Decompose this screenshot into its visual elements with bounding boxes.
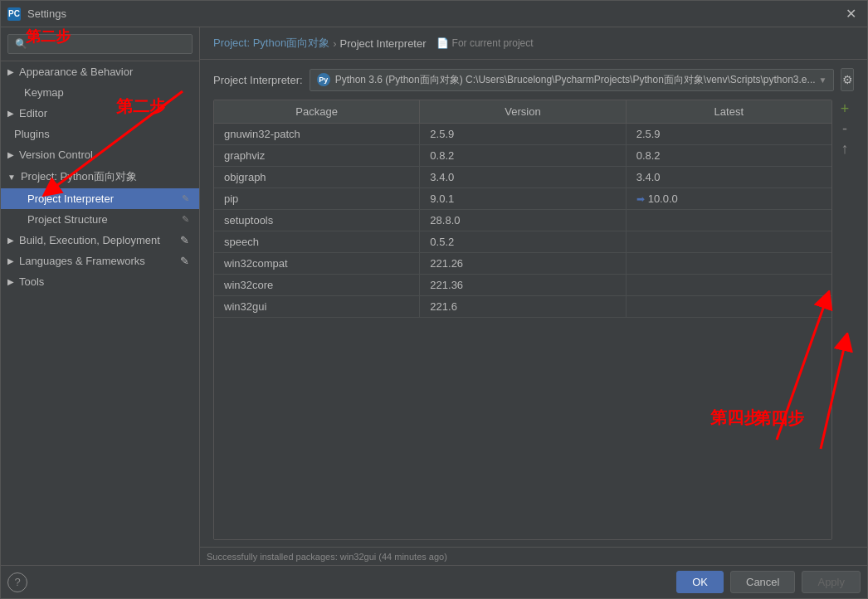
table-row[interactable]: gnuwin32-patch 2.5.9 2.5.9 xyxy=(214,124,831,145)
dropdown-arrow-icon: ▼ xyxy=(819,75,827,85)
td-version: 0.5.2 xyxy=(420,231,626,252)
breadcrumb-tag-text: For current project xyxy=(452,37,534,49)
table-body: gnuwin32-patch 2.5.9 2.5.9 graphviz 0.8.… xyxy=(214,124,831,539)
td-package: objgraph xyxy=(214,167,420,187)
side-actions: + - ↑ xyxy=(836,100,854,540)
remove-package-button[interactable]: - xyxy=(836,119,854,138)
sidebar-item-tools[interactable]: ▶ Tools xyxy=(1,271,199,292)
arrow-icon: ▶ xyxy=(7,150,14,159)
sidebar-item-project-structure[interactable]: Project Structure ✎ xyxy=(1,209,199,230)
table-row[interactable]: graphviz 0.8.2 0.8.2 xyxy=(214,145,831,167)
sidebar-item-build-exec[interactable]: ▶ Build, Execution, Deployment ✎ xyxy=(1,230,199,251)
bottom-bar: ? OK Cancel Apply xyxy=(1,565,867,598)
breadcrumb-separator: › xyxy=(333,37,336,50)
col-latest: Latest xyxy=(627,100,831,123)
breadcrumb-project[interactable]: Project: Python面向对象 xyxy=(213,36,329,51)
td-version: 221.6 xyxy=(420,296,626,317)
sidebar-item-label: Keymap xyxy=(24,86,64,99)
edit-icon: ✎ xyxy=(182,214,189,225)
td-version: 9.0.1 xyxy=(420,188,626,209)
breadcrumb-tag: 📄 For current project xyxy=(436,37,534,49)
breadcrumb-current: Project Interpreter xyxy=(340,37,427,50)
td-latest: ➡ 10.0.0 xyxy=(627,188,831,209)
table-row[interactable]: win32gui 221.6 xyxy=(214,296,831,318)
sidebar-item-label: Project: Python面向对象 xyxy=(21,169,137,184)
td-version: 28.8.0 xyxy=(420,210,626,231)
sidebar-item-project[interactable]: ▼ Project: Python面向对象 xyxy=(1,165,199,188)
interpreter-label: Project Interpreter: xyxy=(213,74,303,86)
td-package: win32compat xyxy=(214,253,420,274)
interpreter-select-text: Python 3.6 (Python面向对象) C:\Users\Brucelo… xyxy=(335,73,816,87)
breadcrumb: Project: Python面向对象 › Project Interprete… xyxy=(200,27,867,60)
close-button[interactable]: ✕ xyxy=(841,4,861,24)
help-button[interactable]: ? xyxy=(7,572,27,592)
ok-button[interactable]: OK xyxy=(676,571,724,593)
sidebar-item-version-control[interactable]: ▶ Version Control xyxy=(1,144,199,165)
col-version: Version xyxy=(420,100,626,123)
sidebar-item-project-interpreter[interactable]: Project Interpreter ✎ xyxy=(1,188,199,209)
interpreter-select-inner: Py Python 3.6 (Python面向对象) C:\Users\Bruc… xyxy=(317,73,816,87)
status-bar: Successfully installed packages: win32gu… xyxy=(200,547,867,565)
td-package: win32core xyxy=(214,275,420,295)
td-package: pip xyxy=(214,188,420,209)
add-package-button[interactable]: + xyxy=(836,100,854,118)
td-latest xyxy=(627,253,831,274)
sidebar-item-label: Languages & Frameworks xyxy=(19,255,145,267)
td-version: 2.5.9 xyxy=(420,124,626,144)
gear-button[interactable]: ⚙ xyxy=(841,68,854,91)
arrow-icon: ▶ xyxy=(7,109,14,118)
table-row[interactable]: win32core 221.36 xyxy=(214,275,831,296)
settings-window: PC Settings ✕ ▶ Appearance & Behavior Ke… xyxy=(0,0,868,599)
td-latest: 3.4.0 xyxy=(627,167,831,187)
td-package: win32gui xyxy=(214,296,420,317)
dialog-buttons: OK Cancel Apply xyxy=(676,571,861,593)
sidebar-item-plugins[interactable]: Plugins xyxy=(1,124,199,144)
arrow-icon: ▶ xyxy=(7,277,14,286)
sidebar-item-label: Version Control xyxy=(19,149,93,161)
sidebar-item-appearance[interactable]: ▶ Appearance & Behavior xyxy=(1,61,199,82)
search-input[interactable] xyxy=(7,34,193,54)
td-latest xyxy=(627,231,831,252)
upgrade-package-button[interactable]: ↑ xyxy=(836,139,854,158)
sidebar-item-label: Plugins xyxy=(14,128,50,140)
sidebar: ▶ Appearance & Behavior Keymap ▶ Editor … xyxy=(1,27,200,565)
sidebar-subitem-label: Project Structure xyxy=(27,213,108,226)
td-package: setuptools xyxy=(214,210,420,231)
td-version: 221.36 xyxy=(420,275,626,295)
cancel-button[interactable]: Cancel xyxy=(730,571,795,593)
td-package: graphviz xyxy=(214,145,420,166)
col-package: Package xyxy=(214,100,420,123)
arrow-icon: ▼ xyxy=(7,173,16,182)
edit-icon: ✎ xyxy=(180,255,189,267)
interpreter-row: Project Interpreter: Py Python 3.6 (Pyth… xyxy=(200,60,867,100)
table-row[interactable]: win32compat 221.26 xyxy=(214,253,831,275)
td-latest: 2.5.9 xyxy=(627,124,831,144)
sidebar-item-label: Build, Execution, Deployment xyxy=(19,234,160,246)
title-bar: PC Settings ✕ xyxy=(1,1,867,27)
status-text: Successfully installed packages: win32gu… xyxy=(207,552,447,562)
update-arrow-icon: ➡ xyxy=(636,193,645,205)
main-content: ▶ Appearance & Behavior Keymap ▶ Editor … xyxy=(1,27,867,565)
apply-button[interactable]: Apply xyxy=(802,571,861,593)
td-latest xyxy=(627,275,831,295)
sidebar-item-label: Editor xyxy=(19,107,47,119)
table-row[interactable]: pip 9.0.1 ➡ 10.0.0 xyxy=(214,188,831,210)
td-latest xyxy=(627,210,831,231)
sidebar-item-languages[interactable]: ▶ Languages & Frameworks ✎ xyxy=(1,251,199,271)
sidebar-subitem-label: Project Interpreter xyxy=(27,192,114,205)
table-row[interactable]: setuptools 28.8.0 xyxy=(214,210,831,231)
window-title: Settings xyxy=(27,7,841,20)
sidebar-item-keymap[interactable]: Keymap xyxy=(1,82,199,103)
td-latest: 0.8.2 xyxy=(627,145,831,166)
file-icon: 📄 xyxy=(436,37,449,49)
sidebar-item-editor[interactable]: ▶ Editor xyxy=(1,103,199,124)
interpreter-select[interactable]: Py Python 3.6 (Python面向对象) C:\Users\Bruc… xyxy=(310,69,835,91)
sidebar-item-label: Appearance & Behavior xyxy=(19,66,133,78)
packages-area: Package Version Latest gnuwin32-patch 2.… xyxy=(213,100,854,540)
table-header: Package Version Latest xyxy=(214,100,831,124)
table-row[interactable]: speech 0.5.2 xyxy=(214,231,831,253)
sidebar-item-label: Tools xyxy=(19,275,44,288)
edit-icon: ✎ xyxy=(180,234,189,246)
arrow-icon: ▶ xyxy=(7,67,14,76)
table-row[interactable]: objgraph 3.4.0 3.4.0 xyxy=(214,167,831,188)
